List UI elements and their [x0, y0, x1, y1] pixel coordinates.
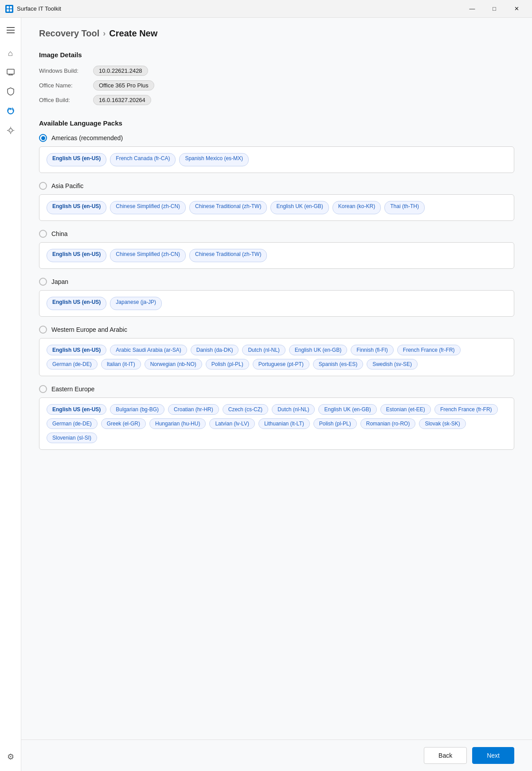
region-eastern-europe-radio[interactable]: [39, 385, 47, 393]
office-name-row: Office Name: Office 365 Pro Plus: [39, 80, 514, 90]
lang-tag: English US (en-US): [47, 153, 106, 166]
sidebar-item-recovery[interactable]: [2, 103, 20, 121]
language-packs-section: Available Language Packs Americas (recom…: [39, 119, 514, 450]
lang-tag: Arabic Saudi Arabia (ar-SA): [110, 345, 187, 355]
title-bar-left: Surface IT Toolkit: [5, 5, 61, 13]
svg-point-9: [9, 129, 12, 132]
lang-tag: French France (fr-FR): [434, 404, 498, 415]
region-china-tags: English US (en-US) Chinese Simplified (z…: [39, 242, 514, 269]
sidebar-item-security[interactable]: [2, 83, 20, 101]
devices-icon: [6, 67, 15, 79]
language-packs-title: Available Language Packs: [39, 119, 514, 127]
lang-tag: Spanish Mexico (es-MX): [179, 153, 249, 166]
shield-icon: [6, 87, 15, 98]
lang-tag: Polish (pl-PL): [313, 418, 357, 429]
region-asia-pacific-label: Asia Pacific: [51, 182, 83, 189]
region-japan-label: Japan: [51, 278, 68, 285]
maximize-button[interactable]: □: [484, 2, 505, 16]
lang-tag: Korean (ko-KR): [332, 201, 381, 214]
main-content: Recovery Tool › Create New Image Details…: [21, 18, 532, 771]
region-western-europe-radio[interactable]: [39, 326, 47, 334]
lang-tag: English UK (en-GB): [289, 345, 347, 355]
region-americas-radio-row[interactable]: Americas (recommended): [39, 134, 514, 142]
breadcrumb-current: Create New: [109, 28, 157, 39]
lang-tag: English US (en-US): [47, 297, 106, 310]
updates-icon: [6, 126, 15, 137]
lang-tag: German (de-DE): [47, 418, 98, 429]
sidebar: ⌂: [0, 18, 21, 771]
lang-tag: Chinese Traditional (zh-TW): [189, 201, 267, 214]
lang-tag: Hungarian (hu-HU): [149, 418, 206, 429]
region-asia-pacific: Asia Pacific English US (en-US) Chinese …: [39, 182, 514, 221]
region-japan-radio-row[interactable]: Japan: [39, 278, 514, 286]
lang-tag: Finnish (fi-FI): [351, 345, 394, 355]
region-asia-pacific-radio-row[interactable]: Asia Pacific: [39, 182, 514, 190]
region-eastern-europe-tags: English US (en-US) Bulgarian (bg-BG) Cro…: [39, 397, 514, 450]
sidebar-item-devices[interactable]: [2, 64, 20, 82]
breadcrumb-separator: ›: [103, 29, 106, 38]
region-western-europe-radio-row[interactable]: Western Europe and Arabic: [39, 326, 514, 334]
region-china-radio[interactable]: [39, 230, 47, 238]
lang-tag: Dutch (nl-NL): [272, 404, 315, 415]
hamburger-line-3: [7, 32, 15, 33]
lang-tag: Croatian (hr-HR): [168, 404, 219, 415]
lang-tag: Romanian (ro-RO): [360, 418, 416, 429]
region-eastern-europe-radio-row[interactable]: Eastern Europe: [39, 385, 514, 393]
title-bar: Surface IT Toolkit — □ ✕: [0, 0, 532, 18]
recovery-icon: [6, 106, 15, 118]
region-americas-radio[interactable]: [39, 134, 47, 142]
lang-tag: Chinese Simplified (zh-CN): [110, 249, 186, 262]
region-eastern-europe: Eastern Europe English US (en-US) Bulgar…: [39, 385, 514, 450]
lang-tag: English US (en-US): [47, 201, 106, 214]
lang-tag: French Canada (fr-CA): [110, 153, 176, 166]
windows-build-label: Windows Build:: [39, 67, 88, 74]
office-build-value: 16.0.16327.20264: [93, 95, 151, 105]
region-china: China English US (en-US) Chinese Simplif…: [39, 230, 514, 269]
office-build-row: Office Build: 16.0.16327.20264: [39, 95, 514, 105]
region-western-europe-tags: English US (en-US) Arabic Saudi Arabia (…: [39, 338, 514, 376]
office-build-label: Office Build:: [39, 97, 88, 103]
lang-tag: Chinese Simplified (zh-CN): [110, 201, 186, 214]
back-button[interactable]: Back: [424, 747, 467, 764]
image-details-title: Image Details: [39, 51, 514, 59]
region-japan-tags: English US (en-US) Japanese (ja-JP): [39, 290, 514, 317]
region-china-radio-row[interactable]: China: [39, 230, 514, 238]
lang-tag: English US (en-US): [47, 345, 106, 355]
app-icon: [5, 5, 13, 13]
lang-tag: Italian (it-IT): [101, 359, 141, 370]
hamburger-menu[interactable]: [2, 21, 20, 39]
breadcrumb-parent[interactable]: Recovery Tool: [39, 28, 99, 39]
lang-tag: English US (en-US): [47, 404, 106, 415]
next-button[interactable]: Next: [472, 747, 514, 764]
lang-tag: German (de-DE): [47, 359, 98, 370]
lang-tag: Bulgarian (bg-BG): [110, 404, 164, 415]
region-americas-tags: English US (en-US) French Canada (fr-CA)…: [39, 146, 514, 173]
hamburger-line-1: [7, 27, 15, 28]
region-eastern-europe-label: Eastern Europe: [51, 386, 94, 393]
region-western-europe-label: Western Europe and Arabic: [51, 326, 127, 333]
sidebar-item-home[interactable]: ⌂: [2, 44, 20, 62]
minimize-button[interactable]: —: [462, 2, 482, 16]
lang-tag: English US (en-US): [47, 249, 106, 262]
lang-tag: Norwegian (nb-NO): [145, 359, 202, 370]
region-japan: Japan English US (en-US) Japanese (ja-JP…: [39, 278, 514, 317]
home-icon: ⌂: [8, 49, 13, 58]
footer: Back Next: [21, 740, 532, 771]
region-japan-radio[interactable]: [39, 278, 47, 286]
lang-tag: Swedish (sv-SE): [367, 359, 418, 370]
svg-rect-4: [7, 69, 14, 74]
region-asia-pacific-tags: English US (en-US) Chinese Simplified (z…: [39, 194, 514, 221]
region-china-label: China: [51, 230, 68, 237]
close-button[interactable]: ✕: [506, 2, 527, 16]
sidebar-item-updates[interactable]: [2, 122, 20, 140]
office-name-value: Office 365 Pro Plus: [93, 80, 154, 90]
app-layout: ⌂: [0, 18, 532, 771]
lang-tag: English UK (en-GB): [270, 201, 329, 214]
windows-build-row: Windows Build: 10.0.22621.2428: [39, 66, 514, 76]
region-americas-label: Americas (recommended): [51, 134, 123, 142]
region-asia-pacific-radio[interactable]: [39, 182, 47, 190]
app-title: Surface IT Toolkit: [17, 5, 61, 12]
lang-tag: Slovenian (sl-SI): [47, 433, 97, 443]
svg-rect-0: [7, 6, 9, 8]
sidebar-item-settings[interactable]: ⚙: [2, 748, 20, 766]
